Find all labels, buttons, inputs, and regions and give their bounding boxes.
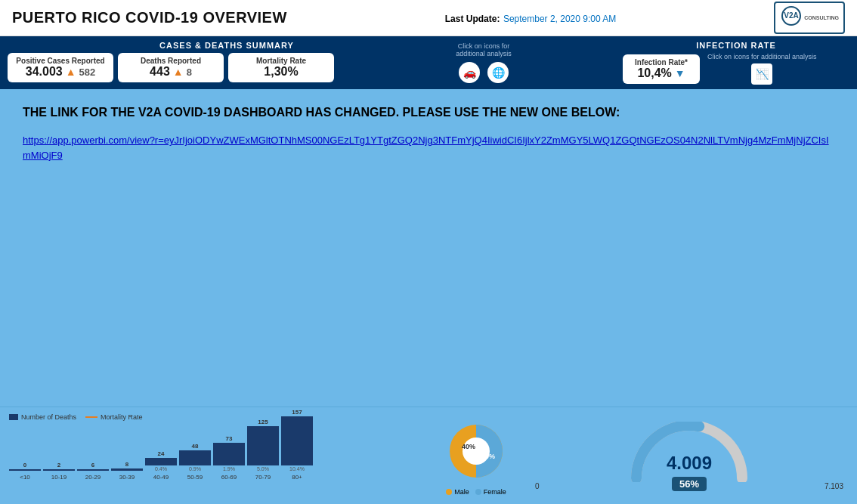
deaths-value: 443 ▲ 8 — [125, 65, 216, 79]
cases-deaths-section: CASES & DEATHS SUMMARY Positive Cases Re… — [8, 41, 446, 85]
deaths-legend-color — [9, 414, 18, 420]
bar-group: 731.9%60-69 — [213, 435, 245, 481]
bar-group: 480.9%50-59 — [179, 443, 211, 481]
mortality-legend-line — [85, 416, 97, 418]
mortality-rate-card: Mortality Rate 1,30% — [228, 53, 334, 82]
bar-group: 15710.4%80+ — [281, 409, 313, 481]
logo: V2A CONSULTING — [774, 2, 845, 34]
page-title: PUERTO RICO COVID-19 OVERVIEW — [12, 9, 287, 26]
mortality-legend-label: Mortality Rate — [101, 413, 143, 421]
top-header: PUERTO RICO COVID-19 OVERVIEW Last Updat… — [0, 0, 857, 36]
deaths-legend-item: Number of Deaths — [9, 413, 76, 421]
svg-point-3 — [463, 438, 490, 465]
mortality-legend-item: Mortality Rate — [85, 413, 143, 421]
mortality-rate-value: 1,30% — [236, 65, 326, 79]
click-icons-section: Click on icons for additional analysis 🚗… — [446, 41, 521, 85]
chart-legend: Number of Deaths Mortality Rate — [9, 413, 422, 421]
infection-rate-title: INFECTION RATE — [623, 41, 849, 50]
logo-icon: V2A — [780, 5, 803, 27]
logo-text: CONSULTING — [804, 15, 839, 20]
click-hint-text: Click on icons for additional analysis — [446, 42, 521, 57]
svg-text:60%: 60% — [481, 453, 495, 460]
positive-cases-label: Positive Cases Reported — [15, 57, 106, 65]
female-dot — [475, 489, 481, 495]
infection-rate-label: Infection Rate* — [635, 58, 688, 66]
bar-chart-section: Number of Deaths Mortality Rate 0<10210-… — [0, 407, 431, 504]
positive-cases-arrow-up-icon: ▲ — [66, 66, 76, 78]
svg-text:V2A: V2A — [784, 11, 798, 20]
male-dot — [446, 489, 452, 495]
summary-bar: CASES & DEATHS SUMMARY Positive Cases Re… — [0, 36, 857, 89]
deaths-arrow-up-icon: ▲ — [173, 66, 184, 78]
chart-icon[interactable]: 📉 — [751, 63, 772, 85]
pie-chart: 40% 60% — [442, 417, 510, 485]
bar-group: 240.4%40-49 — [145, 450, 177, 481]
globe-icon[interactable]: 🌐 — [487, 62, 509, 83]
cases-deaths-title: CASES & DEATHS SUMMARY — [8, 41, 446, 50]
male-label: Male — [454, 488, 469, 496]
mortality-rate-label: Mortality Rate — [236, 57, 326, 65]
bar-group: 1255.0%70-79 — [247, 419, 279, 481]
positive-cases-card: Positive Cases Reported 34.003 ▲ 582 — [8, 53, 113, 82]
bottom-chart-area: Number of Deaths Mortality Rate 0<10210-… — [0, 407, 857, 504]
pie-chart-section: 40% 60% Male Female — [431, 407, 521, 504]
last-update-label: Last Update: — [445, 14, 500, 24]
deaths-legend-label: Number of Deaths — [21, 413, 76, 421]
notice-text: THE LINK FOR THE V2A COVID-19 DASHBOARD … — [23, 104, 834, 121]
map-icon[interactable]: 🚗 — [459, 62, 480, 83]
gauge-value: 4.009 — [667, 453, 712, 474]
bar-group: 0<10 — [9, 462, 41, 481]
deaths-card: Deaths Reported 443 ▲ 8 — [118, 53, 224, 82]
female-legend: Female — [475, 488, 506, 496]
female-label: Female — [484, 488, 506, 496]
infection-click-section: Click on icons for additional analysis 📉 — [707, 53, 817, 85]
logo-box: V2A CONSULTING — [774, 2, 845, 34]
gauge-max: 7.103 — [825, 482, 843, 490]
gauge-pct-badge: 56% — [672, 477, 707, 491]
infection-rate-card: Infection Rate* 10,4% ▼ — [623, 54, 700, 84]
positive-cases-value: 34.003 ▲ 582 — [15, 65, 106, 79]
infection-rate-section: INFECTION RATE Infection Rate* 10,4% ▼ C… — [623, 41, 849, 85]
infection-rate-row: Infection Rate* 10,4% ▼ Click on icons f… — [623, 53, 849, 85]
main-content: THE LINK FOR THE V2A COVID-19 DASHBOARD … — [0, 89, 857, 407]
deaths-label: Deaths Reported — [125, 57, 216, 65]
male-legend: Male — [446, 488, 469, 496]
bar-group: 210-19 — [43, 462, 75, 481]
svg-text:40%: 40% — [462, 443, 475, 450]
infection-arrow-down-icon: ▼ — [675, 67, 685, 79]
dashboard-area: CASES & DEATHS SUMMARY Positive Cases Re… — [0, 36, 857, 504]
infection-rate-value: 10,4% ▼ — [635, 66, 688, 80]
last-update-value: September 2, 2020 9:00 AM — [503, 14, 616, 24]
pie-legend: Male Female — [446, 488, 506, 496]
dashboard-link[interactable]: https://app.powerbi.com/view?r=eyJrIjoiO… — [23, 135, 829, 161]
gauge-section: 0 373 7.103 4.009 56% — [521, 407, 857, 504]
bar-group: 620-29 — [77, 462, 109, 481]
bar-group: 830-39 — [111, 461, 143, 481]
last-update: Last Update: September 2, 2020 9:00 AM — [445, 11, 617, 25]
click-icons: 🚗 🌐 — [459, 62, 509, 83]
bar-chart: 0<10210-19620-29830-39240.4%40-49480.9%5… — [9, 424, 422, 481]
summary-cards: Positive Cases Reported 34.003 ▲ 582 Dea… — [8, 53, 446, 82]
infection-click-hint: Click on icons for additional analysis — [707, 53, 817, 60]
gauge-min: 0 — [535, 482, 540, 490]
